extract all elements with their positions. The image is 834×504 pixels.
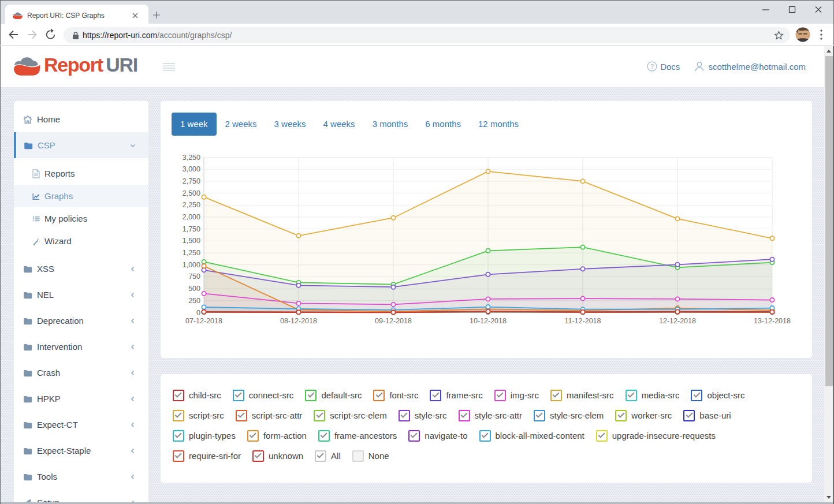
svg-text:11-12-2018: 11-12-2018	[564, 317, 601, 325]
svg-text:2,000: 2,000	[183, 213, 200, 221]
svg-text:1,500: 1,500	[183, 237, 200, 245]
svg-text:3,250: 3,250	[183, 154, 200, 162]
svg-text:750: 750	[188, 272, 200, 281]
svg-text:07-12-2018: 07-12-2018	[185, 317, 222, 325]
svg-text:10-12-2018: 10-12-2018	[470, 317, 507, 325]
svg-text:1,000: 1,000	[183, 261, 200, 269]
svg-text:2,500: 2,500	[183, 189, 200, 197]
svg-text:500: 500	[188, 285, 200, 293]
svg-text:08-12-2018: 08-12-2018	[280, 317, 317, 325]
svg-text:12-12-2018: 12-12-2018	[659, 317, 696, 325]
svg-text:0: 0	[196, 309, 200, 317]
svg-text:2,250: 2,250	[183, 201, 200, 209]
svg-text:13-12-2018: 13-12-2018	[754, 317, 791, 325]
svg-text:2,750: 2,750	[183, 177, 200, 185]
svg-text:?: ?	[650, 63, 654, 70]
svg-text:3,000: 3,000	[183, 165, 200, 173]
svg-text:1,750: 1,750	[183, 225, 200, 233]
svg-text:09-12-2018: 09-12-2018	[375, 317, 412, 325]
svg-text:250: 250	[188, 297, 200, 305]
svg-text:1,250: 1,250	[183, 249, 200, 257]
